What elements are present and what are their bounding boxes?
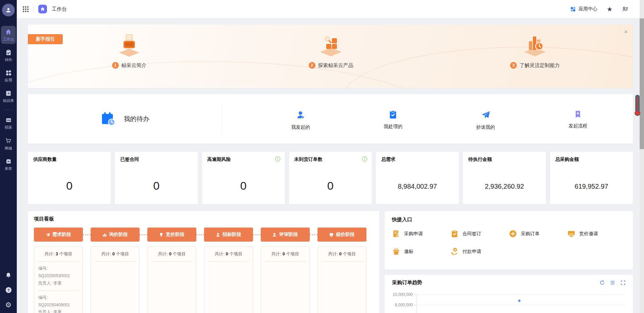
list-icon[interactable] xyxy=(610,280,615,285)
stage-label: 评审阶段 xyxy=(279,232,298,238)
thermometer-bulb xyxy=(635,110,640,116)
clipboard-check-icon xyxy=(388,110,398,119)
my-todo-entry[interactable]: 我的待办 xyxy=(28,111,222,127)
sidebar-item-label: 待办 xyxy=(5,57,12,62)
app-launcher-icon[interactable] xyxy=(23,6,29,12)
chart-clock-3d-icon xyxy=(520,32,550,58)
quick-purchase-order[interactable]: 采购订单 xyxy=(509,230,567,238)
favorite-star-icon[interactable]: ★ xyxy=(607,6,612,12)
y-axis-tick-label: 8,000,000 xyxy=(392,303,413,307)
sidebar-item-apps[interactable]: 应用 xyxy=(1,67,16,85)
project-card[interactable]: 编号: SQ20250530001 负责人: 李里 xyxy=(38,262,79,291)
shortcut-initiated-by-me[interactable]: 我发起的 xyxy=(254,110,347,130)
doc-user-icon xyxy=(392,230,400,238)
shortcut-handled-by-me[interactable]: 我处理的 xyxy=(347,110,440,130)
refresh-icon[interactable] xyxy=(600,280,605,285)
stage-label: 竞价阶段 xyxy=(166,232,185,238)
stage-connector xyxy=(310,234,317,235)
gridline xyxy=(416,295,626,295)
clover-apps-icon xyxy=(570,6,576,12)
stage-chip-demand[interactable]: 需求阶段 xyxy=(34,228,83,242)
project-board-panel: 项目看板 需求阶段 询价阶段 竞价阶段 xyxy=(28,211,379,313)
quick-purchase-request[interactable]: 采购申请 xyxy=(392,230,450,238)
stage-chip-inquiry[interactable]: 询价阶段 xyxy=(91,228,140,242)
sidebar-item-label: 应用 xyxy=(5,78,12,83)
quick-entry-title: 快捷入口 xyxy=(392,216,626,223)
gridline xyxy=(416,305,626,305)
paper-plane-icon xyxy=(481,110,491,120)
stat-card-total-demand: 总需求 8,984,002.97 xyxy=(376,152,459,204)
data-point[interactable] xyxy=(518,300,521,302)
info-icon[interactable]: i xyxy=(275,156,280,162)
stat-value: 619,952.97 xyxy=(550,183,633,190)
guide-step-caption: 1 鲸采云简介 xyxy=(112,62,147,69)
stage-chip-bidding[interactable]: 竞价阶段 xyxy=(147,228,196,242)
guide-step-intro[interactable]: 1 鲸采云简介 xyxy=(82,32,176,69)
step-label: 鲸采云简介 xyxy=(121,62,147,69)
order-trend-chart: 10,000,000 8,000,000 xyxy=(392,288,626,313)
hand-coin-icon: ¥ xyxy=(450,247,459,256)
count-number: 3 xyxy=(56,251,58,256)
user-icon xyxy=(216,233,220,237)
stat-title: 供应商数量 xyxy=(33,156,105,163)
stat-card-overdue-risk: 高逾期风险 i 0 xyxy=(202,152,285,204)
guide-step-products[interactable]: 2 探索鲸采云产品 xyxy=(284,32,378,69)
quick-payment-request[interactable]: ¥ 付款申请 xyxy=(450,247,509,256)
sidebar-item-label: 商城 xyxy=(5,146,12,151)
stage-chip-tender[interactable]: 招标阶段 xyxy=(204,228,253,242)
bell-icon[interactable] xyxy=(5,272,12,279)
close-icon[interactable]: × xyxy=(624,28,628,36)
stat-value: 0 xyxy=(28,179,111,192)
avatar[interactable] xyxy=(2,4,15,16)
stage-column-review: 共计: 0 个项目 xyxy=(261,246,310,313)
thermometer-widget[interactable] xyxy=(635,95,640,119)
todo-shortcuts: 我发起的 我处理的 抄送我的 发起流程 xyxy=(222,108,633,130)
stat-card-suppliers: 供应商数量 0 xyxy=(28,152,111,204)
y-axis-tick-label: 10,000,000 xyxy=(392,292,413,297)
stage-count: 共计: 0 个项目 xyxy=(208,247,249,262)
count-number: 0 xyxy=(283,251,285,256)
sidebar-item-label: 库存 xyxy=(5,166,12,171)
sidebar-item-label: 知识库 xyxy=(3,98,14,103)
sidebar-divider xyxy=(3,110,13,110)
quick-bid-invite[interactable]: 竞价邀请 xyxy=(567,230,626,238)
sidebar-item-workbench[interactable]: 工作台 xyxy=(1,26,16,44)
sidebar-item-knowledge[interactable]: AI 知识库 xyxy=(1,87,16,105)
stage-column-pricing: 共计: 0 个项目 xyxy=(317,246,366,313)
user-settings-icon[interactable] xyxy=(622,6,629,12)
sidebar-item-mall[interactable]: 商城 xyxy=(1,135,16,153)
stat-value: 0 xyxy=(289,179,372,192)
svg-text:SRM: SRM xyxy=(6,119,10,121)
stage-label: 询价阶段 xyxy=(109,232,128,238)
workbench-home-chip[interactable] xyxy=(38,5,47,13)
scrollbar-track[interactable] xyxy=(640,0,644,313)
shortcut-start-process[interactable]: 发起流程 xyxy=(532,110,625,130)
project-card[interactable]: 编号: SQ20250409001 负责人: 李里 xyxy=(38,291,79,313)
shortcut-cc-to-me[interactable]: 抄送我的 xyxy=(439,110,532,130)
quick-contract-sign[interactable]: 合同签订 xyxy=(450,230,509,238)
srm-badge-icon: SRM xyxy=(5,117,12,123)
sidebar-item-inventory[interactable]: 库存 xyxy=(1,155,16,173)
count-suffix: 个项目 xyxy=(173,251,186,256)
guide-step-customization[interactable]: 3 了解灵活定制能力 xyxy=(488,32,582,69)
stage-label: 招标阶段 xyxy=(222,232,241,238)
app-center-button[interactable]: 应用中心 xyxy=(570,6,597,12)
stage-chip-pricing[interactable]: 核价阶段 xyxy=(317,228,366,242)
guide-tag[interactable]: 新手指引 xyxy=(28,34,63,44)
my-todo-panel: 我的待办 我发起的 我处理的 抄送我的 发起流程 xyxy=(28,94,633,144)
sidebar-item-todo[interactable]: 待办 xyxy=(1,47,16,64)
count-prefix: 共计: xyxy=(44,251,54,256)
right-column: 快捷入口 采购申请 合同签订 采购订单 xyxy=(385,211,633,313)
scrollbar-thumb[interactable] xyxy=(640,18,644,149)
bulb-icon xyxy=(159,233,163,237)
help-icon[interactable]: ? xyxy=(5,287,12,294)
stage-chip-review[interactable]: 评审阶段 xyxy=(261,228,310,242)
quick-invite-tender[interactable]: 邀标 xyxy=(392,247,450,256)
count-prefix: 共计: xyxy=(328,251,338,256)
stage-column-tender: 共计: 0 个项目 xyxy=(204,246,253,313)
sidebar-item-srm[interactable]: SRM 招采 xyxy=(1,114,16,132)
count-prefix: 共计: xyxy=(158,251,168,256)
fullscreen-icon[interactable] xyxy=(621,280,626,285)
count-suffix: 个项目 xyxy=(230,251,243,256)
gear-icon[interactable]: ⚙ xyxy=(5,301,12,308)
